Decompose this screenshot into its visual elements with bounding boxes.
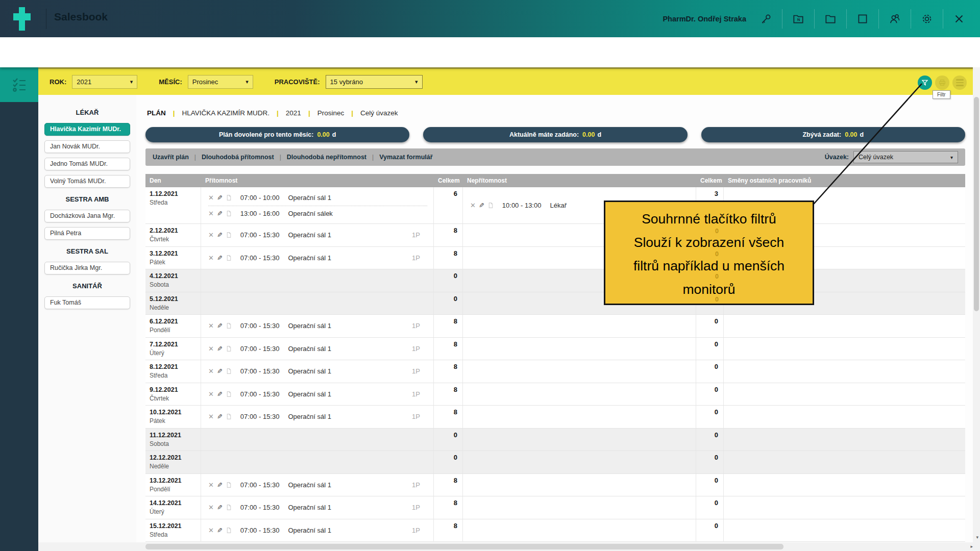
edit-entry-icon[interactable]: ✎	[217, 345, 223, 353]
presence-cell[interactable]: ✕ ✎ 07:00 - 15:30 Operační sál 1 1P	[201, 383, 434, 406]
presence-cell[interactable]: ✕ ✎ 07:00 - 15:30 Operační sál 1 1P	[201, 224, 434, 246]
delete-entry-icon[interactable]: ✕	[208, 504, 214, 511]
absence-cell[interactable]	[463, 519, 696, 542]
delete-entry-icon[interactable]: ✕	[208, 390, 214, 398]
folder-icon[interactable]	[824, 12, 837, 26]
workplace-select[interactable]: 15 vybráno ▾	[326, 75, 423, 89]
note-entry-icon[interactable]	[226, 255, 232, 261]
print-button[interactable]	[935, 76, 949, 90]
note-entry-icon[interactable]	[226, 194, 232, 201]
scroll-right-icon[interactable]: ▸	[970, 544, 973, 549]
key-icon[interactable]	[760, 12, 773, 26]
uvazek-select[interactable]: Celý úvazek ▾	[853, 151, 958, 163]
edit-entry-icon[interactable]: ✎	[217, 527, 223, 534]
note-entry-icon[interactable]	[487, 202, 494, 209]
staff-item[interactable]: Pilná Petra	[44, 227, 130, 240]
edit-entry-icon[interactable]: ✎	[217, 254, 223, 262]
absence-cell[interactable]	[463, 360, 696, 383]
delete-entry-icon[interactable]: ✕	[208, 231, 214, 239]
note-entry-icon[interactable]	[226, 482, 232, 488]
presence-total-cell: 8	[434, 360, 463, 383]
staff-item[interactable]: Ručička Jirka Mgr.	[44, 262, 130, 274]
staff-item[interactable]: Hlavička Kazimír MUDr.	[44, 123, 130, 136]
scroll-down-icon[interactable]: ▾	[976, 535, 978, 540]
delete-entry-icon[interactable]: ✕	[208, 194, 214, 202]
menu-button[interactable]	[952, 76, 967, 90]
staff-item[interactable]: Docházková Jana Mgr.	[44, 210, 130, 222]
presence-cell[interactable]	[201, 269, 434, 292]
note-entry-icon[interactable]	[226, 345, 232, 352]
toolbar-action[interactable]: Dlouhodobá přítomnost	[202, 154, 274, 161]
horizontal-scrollbar-thumb[interactable]	[145, 544, 783, 549]
delete-entry-icon[interactable]: ✕	[208, 367, 214, 375]
presence-cell[interactable]: ✕ ✎ 07:00 - 15:30 Operační sál 1 1P	[201, 247, 434, 269]
toolbar-action[interactable]: Vymazat formulář	[379, 154, 432, 161]
schedule-entry: ✕ ✎ 07:00 - 15:30 Operační sál 1 1P	[208, 227, 427, 243]
absence-cell[interactable]	[463, 474, 696, 496]
delete-entry-icon[interactable]: ✕	[208, 345, 214, 353]
year-select[interactable]: 2021 ▾	[72, 75, 137, 89]
staff-item[interactable]: Fuk Tomáš	[44, 296, 130, 309]
note-entry-icon[interactable]	[226, 322, 232, 329]
absence-cell[interactable]	[463, 451, 696, 473]
delete-entry-icon[interactable]: ✕	[208, 481, 214, 489]
presence-cell[interactable]: ✕ ✎ 07:00 - 15:30 Operační sál 1 1P	[201, 474, 434, 496]
absence-cell[interactable]	[463, 383, 696, 406]
close-icon[interactable]	[952, 12, 966, 26]
delete-entry-icon[interactable]: ✕	[208, 322, 214, 330]
vertical-scrollbar-thumb[interactable]	[974, 97, 979, 311]
edit-entry-icon[interactable]: ✎	[217, 322, 223, 330]
edit-entry-icon[interactable]: ✎	[217, 231, 223, 239]
entry-time: 07:00 - 15:30	[240, 390, 280, 398]
absence-cell[interactable]	[463, 429, 696, 451]
delete-entry-icon[interactable]: ✕	[208, 210, 214, 217]
note-entry-icon[interactable]	[226, 504, 232, 511]
note-entry-icon[interactable]	[226, 391, 232, 397]
users-icon[interactable]	[888, 12, 901, 26]
note-entry-icon[interactable]	[226, 210, 232, 217]
presence-cell[interactable]: ✕ ✎ 07:00 - 10:00 Operační sál 1 ✕ ✎ 13:…	[201, 187, 434, 223]
toolbar-action[interactable]: Uzavřít plán	[153, 154, 189, 161]
edit-entry-icon[interactable]: ✎	[217, 481, 223, 489]
note-entry-icon[interactable]	[226, 368, 232, 374]
note-entry-icon[interactable]	[226, 413, 232, 420]
edit-entry-icon[interactable]: ✎	[217, 504, 223, 511]
edit-entry-icon[interactable]: ✎	[217, 367, 223, 375]
presence-cell[interactable]: ✕ ✎ 07:00 - 15:30 Operační sál 1 1P	[201, 315, 434, 337]
presence-cell[interactable]	[201, 429, 434, 451]
staff-item[interactable]: Jedno Tomáš MUDr.	[44, 158, 130, 170]
presence-cell[interactable]	[201, 292, 434, 315]
summary-value: 0.00	[317, 131, 329, 138]
staff-item[interactable]: Volný Tomáš MUDr.	[44, 175, 130, 188]
absence-cell[interactable]	[463, 315, 696, 337]
presence-cell[interactable]	[201, 451, 434, 473]
delete-entry-icon[interactable]: ✕	[208, 527, 214, 534]
presence-cell[interactable]: ✕ ✎ 07:00 - 15:30 Operační sál 1 1P	[201, 338, 434, 360]
absence-cell[interactable]	[463, 496, 696, 519]
toolbar-action[interactable]: Dlouhodobá nepřítomnost	[287, 154, 366, 161]
delete-entry-icon[interactable]: ✕	[208, 254, 214, 262]
note-entry-icon[interactable]	[226, 232, 232, 238]
absence-cell[interactable]	[463, 338, 696, 360]
edit-entry-icon[interactable]: ✎	[217, 413, 223, 420]
edit-entry-icon[interactable]: ✎	[217, 210, 223, 217]
folder-n-icon[interactable]: N	[792, 12, 805, 26]
presence-cell[interactable]: ✕ ✎ 07:00 - 15:30 Operační sál 1 1P	[201, 406, 434, 428]
presence-cell[interactable]: ✕ ✎ 07:00 - 15:30 Operační sál 1 1P	[201, 496, 434, 519]
presence-cell[interactable]: ✕ ✎ 07:00 - 15:30 Operační sál 1 1P	[201, 360, 434, 383]
edit-entry-icon[interactable]: ✎	[217, 194, 223, 202]
delete-entry-icon[interactable]: ✕	[470, 202, 476, 209]
delete-entry-icon[interactable]: ✕	[208, 413, 214, 420]
entry-time: 07:00 - 15:30	[240, 345, 280, 353]
presence-cell[interactable]: ✕ ✎ 07:00 - 15:30 Operační sál 1 1P	[201, 519, 434, 542]
edit-entry-icon[interactable]: ✎	[479, 202, 484, 209]
month-select[interactable]: Prosinec ▾	[188, 75, 253, 89]
staff-item[interactable]: Jan Novák MUDr.	[44, 140, 130, 153]
note-entry-icon[interactable]	[226, 527, 232, 534]
absence-cell[interactable]	[463, 406, 696, 428]
edit-entry-icon[interactable]: ✎	[217, 390, 223, 398]
filter-button[interactable]	[918, 76, 932, 90]
settings-icon[interactable]	[920, 12, 934, 26]
window-icon[interactable]	[856, 12, 869, 26]
sidebar-checklist-button[interactable]	[0, 67, 38, 102]
